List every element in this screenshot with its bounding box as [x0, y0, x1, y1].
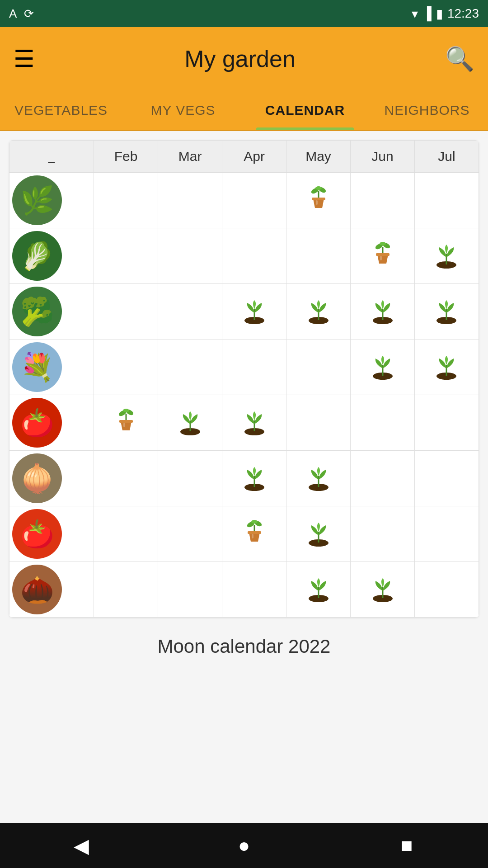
calendar-cell[interactable] — [286, 228, 351, 284]
calendar-cell[interactable] — [94, 506, 158, 562]
svg-rect-10 — [376, 253, 389, 256]
calendar-cell[interactable] — [158, 562, 222, 618]
table-row[interactable]: 🥦 — [9, 284, 479, 340]
menu-icon[interactable]: ☰ — [14, 45, 35, 72]
app-icon: A — [9, 7, 17, 21]
calendar-cell[interactable] — [351, 451, 415, 506]
calendar-cell[interactable] — [414, 562, 479, 618]
calendar-cell[interactable] — [414, 173, 479, 228]
app-bar: ☰ My garden 🔍 — [0, 27, 488, 90]
calendar-cell[interactable] — [94, 284, 158, 340]
calendar-cell[interactable] — [158, 451, 222, 506]
calendar-cell[interactable] — [351, 395, 415, 451]
table-row[interactable]: 🧅 — [9, 451, 479, 506]
calendar-cell[interactable] — [414, 451, 479, 506]
svg-rect-30 — [119, 420, 133, 423]
calendar-cell[interactable] — [94, 340, 158, 395]
search-icon[interactable]: 🔍 — [445, 45, 474, 73]
back-button[interactable]: ◀ — [63, 827, 99, 863]
table-row[interactable]: 🍅 — [9, 395, 479, 451]
table-row[interactable]: 💐 — [9, 340, 479, 395]
tab-neighbors[interactable]: NEIGHBORS — [366, 90, 488, 130]
calendar-cell[interactable] — [158, 340, 222, 395]
calendar-cell[interactable] — [158, 284, 222, 340]
calendar-cell[interactable] — [351, 173, 415, 228]
status-bar: A ⟳ ▾ ▐ ▮ 12:23 — [0, 0, 488, 27]
calendar-cell[interactable] — [94, 228, 158, 284]
veg-image-cell[interactable]: 🍅 — [9, 506, 94, 562]
header-mar: Mar — [158, 141, 222, 173]
calendar-cell[interactable] — [351, 284, 415, 340]
table-row[interactable]: 🌰 — [9, 562, 479, 618]
calendar-cell[interactable] — [286, 562, 351, 618]
home-button[interactable]: ● — [226, 827, 262, 863]
calendar-container: _ Feb Mar Apr May Jun Jul 🌿 🥬 — [0, 131, 488, 618]
calendar-cell[interactable] — [222, 340, 286, 395]
table-row[interactable]: 🍅 — [9, 506, 479, 562]
calendar-cell[interactable] — [414, 395, 479, 451]
recent-button[interactable]: ■ — [389, 827, 425, 863]
calendar-cell[interactable] — [351, 562, 415, 618]
calendar-cell[interactable] — [286, 451, 351, 506]
tab-my-vegs[interactable]: MY VEGS — [122, 90, 244, 130]
calendar-cell[interactable] — [158, 173, 222, 228]
moon-calendar: Moon calendar 2022 — [0, 618, 488, 666]
tabs: VEGETABLES MY VEGS CALENDAR NEIGHBORS — [0, 90, 488, 131]
veg-image-cell[interactable]: 💐 — [9, 340, 94, 395]
header-apr: Apr — [222, 141, 286, 173]
header-blank: _ — [9, 141, 94, 173]
veg-image-cell[interactable]: 🍅 — [9, 395, 94, 451]
calendar-cell[interactable] — [414, 340, 479, 395]
veg-image-cell[interactable]: 🌿 — [9, 173, 94, 228]
signal-icon: ▐ — [422, 6, 432, 21]
calendar-cell[interactable] — [286, 173, 351, 228]
table-row[interactable]: 🥬 — [9, 228, 479, 284]
calendar-cell[interactable] — [94, 173, 158, 228]
svg-rect-31 — [123, 423, 125, 427]
calendar-cell[interactable] — [222, 506, 286, 562]
header-may: May — [286, 141, 351, 173]
calendar-cell[interactable] — [158, 506, 222, 562]
calendar-cell[interactable] — [286, 506, 351, 562]
calendar-cell[interactable] — [94, 451, 158, 506]
veg-image-cell[interactable]: 🧅 — [9, 451, 94, 506]
calendar-cell[interactable] — [414, 284, 479, 340]
calendar-cell[interactable] — [94, 562, 158, 618]
calendar-cell[interactable] — [94, 395, 158, 451]
calendar-cell[interactable] — [414, 228, 479, 284]
header-jun: Jun — [351, 141, 415, 173]
calendar-cell[interactable] — [222, 228, 286, 284]
calendar-cell[interactable] — [286, 395, 351, 451]
calendar-cell[interactable] — [222, 562, 286, 618]
wifi-icon: ▾ — [412, 6, 418, 21]
status-bar-right: ▾ ▐ ▮ 12:23 — [412, 6, 479, 21]
calendar-cell[interactable] — [158, 395, 222, 451]
svg-rect-5 — [316, 200, 318, 205]
calendar-cell[interactable] — [222, 173, 286, 228]
veg-image-cell[interactable]: 🌰 — [9, 562, 94, 618]
calendar-cell[interactable] — [351, 340, 415, 395]
app-bar-icons: 🔍 — [445, 45, 474, 73]
calendar-cell[interactable] — [351, 506, 415, 562]
battery-icon: ▮ — [436, 6, 443, 21]
svg-point-43 — [251, 520, 258, 524]
svg-point-9 — [380, 242, 386, 245]
moon-calendar-label: Moon calendar 2022 — [158, 636, 331, 657]
veg-image-cell[interactable]: 🥬 — [9, 228, 94, 284]
calendar-cell[interactable] — [351, 228, 415, 284]
table-row[interactable]: 🌿 — [9, 173, 479, 228]
tab-calendar[interactable]: CALENDAR — [244, 90, 366, 130]
header-feb: Feb — [94, 141, 158, 173]
bottom-nav: ◀ ● ■ — [0, 823, 488, 868]
calendar-cell[interactable] — [414, 506, 479, 562]
calendar-cell[interactable] — [222, 451, 286, 506]
calendar-cell[interactable] — [222, 395, 286, 451]
svg-rect-4 — [312, 198, 325, 200]
calendar-cell[interactable] — [158, 228, 222, 284]
calendar-cell[interactable] — [286, 284, 351, 340]
calendar-cell[interactable] — [222, 284, 286, 340]
tab-vegetables[interactable]: VEGETABLES — [0, 90, 122, 130]
calendar-cell[interactable] — [286, 340, 351, 395]
calendar-table: _ Feb Mar Apr May Jun Jul 🌿 🥬 — [9, 140, 479, 618]
veg-image-cell[interactable]: 🥦 — [9, 284, 94, 340]
